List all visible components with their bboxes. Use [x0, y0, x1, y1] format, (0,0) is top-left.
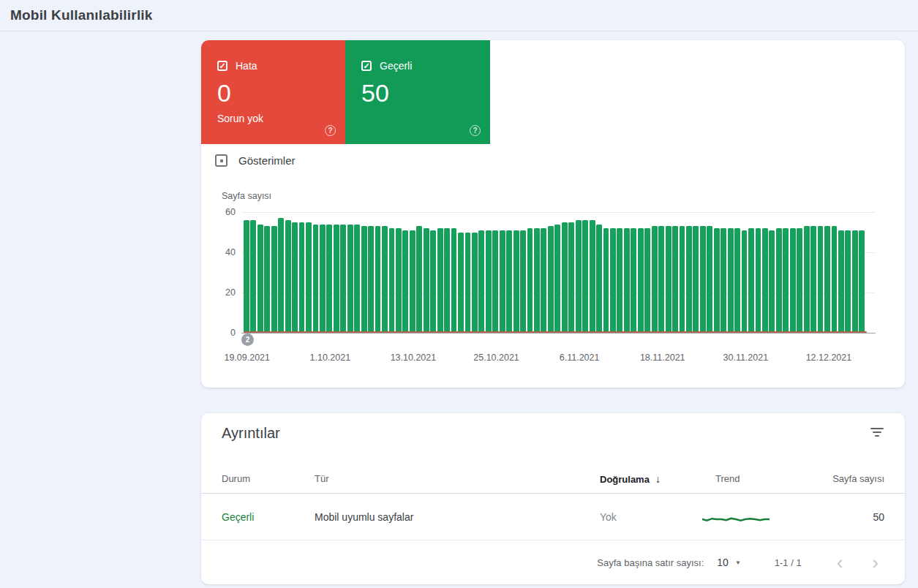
bar[interactable] [285, 220, 291, 333]
bar[interactable] [320, 225, 326, 333]
column-header-trend[interactable]: Trend [715, 473, 740, 484]
bar[interactable] [465, 233, 471, 333]
bar[interactable] [354, 225, 360, 333]
bar[interactable] [264, 226, 270, 333]
bar[interactable] [756, 228, 761, 333]
unchecked-checkbox-icon[interactable] [215, 154, 227, 167]
bar[interactable] [769, 230, 775, 333]
bar[interactable] [582, 220, 588, 333]
error-card-toggle[interactable]: ✓ Hata [217, 60, 257, 72]
bar[interactable] [326, 225, 332, 333]
bar[interactable] [568, 222, 574, 333]
filter-icon[interactable] [870, 426, 884, 439]
bar[interactable] [686, 226, 692, 333]
bar[interactable] [410, 230, 415, 333]
bar[interactable] [680, 226, 685, 333]
bar[interactable] [506, 230, 512, 333]
bar[interactable] [402, 230, 408, 333]
bar[interactable] [707, 226, 712, 333]
bar[interactable] [340, 225, 346, 333]
bar[interactable] [658, 226, 664, 333]
bar[interactable] [396, 228, 402, 333]
help-icon[interactable]: ? [325, 125, 336, 136]
data-issues-badge[interactable]: 2 [241, 333, 254, 346]
bar[interactable] [783, 228, 789, 333]
bar[interactable] [610, 228, 616, 333]
bar[interactable] [790, 228, 796, 333]
impressions-toggle[interactable]: Gösterimler [215, 154, 296, 167]
previous-page-button[interactable]: ‹ [837, 553, 843, 572]
bar[interactable] [534, 228, 540, 333]
bar[interactable] [451, 228, 457, 333]
bar[interactable] [693, 226, 699, 333]
bar[interactable] [244, 220, 249, 333]
bar[interactable] [444, 228, 450, 333]
bar[interactable] [652, 226, 658, 333]
bar[interactable] [859, 230, 865, 333]
bar[interactable] [347, 225, 353, 333]
bar[interactable] [361, 226, 367, 333]
bar[interactable] [721, 228, 726, 333]
bar[interactable] [845, 230, 851, 333]
bar[interactable] [500, 230, 505, 333]
valid-card-toggle[interactable]: ✓ Geçerli [361, 60, 412, 72]
bar[interactable] [742, 230, 748, 333]
column-header-tur[interactable]: Tür [315, 473, 329, 484]
bar[interactable] [541, 228, 546, 333]
checked-checkbox-icon[interactable]: ✓ [217, 61, 227, 71]
next-page-button[interactable]: › [872, 553, 879, 572]
bar-plot[interactable] [244, 212, 867, 333]
error-summary-card[interactable]: ✓ Hata 0 Sorun yok ? [201, 40, 345, 144]
bar[interactable] [638, 228, 644, 333]
bar[interactable] [271, 226, 277, 333]
bar[interactable] [624, 228, 630, 333]
bar[interactable] [838, 230, 844, 333]
bar[interactable] [617, 228, 622, 333]
table-row[interactable]: Geçerli Mobil uyumlu sayfalar Yok 50 [201, 494, 905, 540]
bar[interactable] [424, 228, 429, 333]
checked-checkbox-icon[interactable]: ✓ [361, 61, 372, 71]
bar[interactable] [714, 228, 720, 333]
bar[interactable] [278, 218, 284, 333]
bar[interactable] [492, 230, 498, 333]
bar[interactable] [590, 220, 595, 333]
bar[interactable] [382, 226, 388, 333]
bar[interactable] [852, 230, 858, 333]
bar[interactable] [728, 228, 734, 333]
bar[interactable] [548, 226, 554, 333]
bar[interactable] [672, 226, 678, 333]
bar[interactable] [250, 220, 256, 333]
bar[interactable] [416, 226, 422, 333]
bar[interactable] [486, 230, 492, 333]
bar[interactable] [734, 228, 740, 333]
bar[interactable] [527, 228, 533, 333]
bar[interactable] [804, 226, 810, 333]
bar[interactable] [306, 222, 312, 333]
bar[interactable] [368, 226, 374, 333]
bar[interactable] [257, 225, 263, 333]
bar[interactable] [631, 228, 636, 333]
bar[interactable] [824, 226, 830, 333]
bar[interactable] [375, 226, 381, 333]
bar[interactable] [644, 228, 650, 333]
bar[interactable] [832, 226, 838, 333]
bar[interactable] [596, 225, 602, 333]
rows-per-page-select[interactable]: 10 ▼ [717, 557, 741, 568]
help-icon[interactable]: ? [470, 125, 481, 136]
bar[interactable] [762, 228, 768, 333]
bar[interactable] [603, 228, 609, 333]
bar[interactable] [666, 226, 671, 333]
bar[interactable] [562, 222, 568, 333]
bar[interactable] [576, 220, 582, 333]
column-header-durum[interactable]: Durum [222, 473, 250, 484]
bar[interactable] [513, 230, 519, 333]
bar[interactable] [472, 233, 478, 333]
bar[interactable] [818, 226, 824, 333]
bar[interactable] [797, 228, 802, 333]
bar[interactable] [299, 222, 305, 333]
bar[interactable] [437, 228, 443, 333]
bar[interactable] [554, 225, 560, 333]
bar[interactable] [313, 225, 319, 333]
bar[interactable] [776, 228, 782, 333]
bar[interactable] [700, 226, 706, 333]
